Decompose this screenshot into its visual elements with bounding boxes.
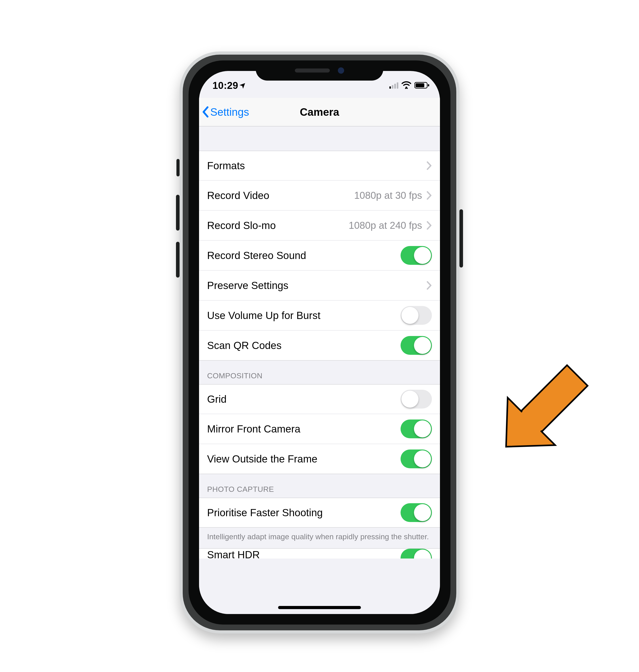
svg-point-0	[405, 87, 407, 89]
phone-frame: 10:29 ➤	[180, 51, 459, 634]
toggle-prioritise-faster-shooting[interactable]	[401, 503, 432, 522]
row-label: Mirror Front Camera	[207, 423, 401, 435]
screen: 10:29 ➤	[199, 71, 440, 614]
nav-bar: Settings Camera	[199, 98, 440, 126]
row-record-slomo[interactable]: Record Slo-mo 1080p at 240 fps	[199, 210, 440, 241]
row-label: Record Video	[207, 189, 354, 202]
row-preserve-settings[interactable]: Preserve Settings	[199, 271, 440, 301]
row-scan-qr: Scan QR Codes	[199, 331, 440, 361]
row-view-outside-frame: View Outside the Frame	[199, 444, 440, 474]
phone-bezel: 10:29 ➤	[188, 60, 451, 625]
status-right	[389, 80, 430, 91]
front-camera	[338, 67, 344, 74]
row-prioritise-faster-shooting: Prioritise Faster Shooting	[199, 498, 440, 528]
toggle-volume-burst[interactable]	[401, 306, 432, 325]
toggle-scan-qr[interactable]	[401, 336, 432, 355]
battery-icon	[415, 80, 430, 91]
row-label: Use Volume Up for Burst	[207, 309, 401, 322]
svg-rect-3	[428, 84, 429, 87]
row-detail: 1080p at 240 fps	[348, 220, 422, 231]
row-label: View Outside the Frame	[207, 453, 401, 465]
toggle-grid[interactable]	[401, 390, 432, 408]
annotation-arrow-icon	[475, 354, 613, 470]
row-label: Scan QR Codes	[207, 339, 401, 351]
svg-rect-2	[416, 83, 424, 87]
home-indicator[interactable]	[278, 606, 361, 609]
phone-shell: 10:29 ➤	[183, 54, 456, 630]
row-record-video[interactable]: Record Video 1080p at 30 fps	[199, 181, 440, 210]
section-header-photo-capture: PHOTO CAPTURE	[199, 474, 440, 498]
row-formats[interactable]: Formats	[199, 151, 440, 181]
status-time: 10:29	[213, 80, 238, 91]
row-smart-hdr: Smart HDR	[199, 548, 440, 559]
toggle-mirror-front-camera[interactable]	[401, 420, 432, 438]
settings-list[interactable]: Formats Record Video 1080p at 30 fps Rec…	[199, 126, 440, 614]
row-label: Formats	[207, 160, 426, 172]
row-detail: 1080p at 30 fps	[354, 190, 422, 201]
svg-rect-4	[519, 365, 588, 433]
svg-rect-6	[521, 411, 542, 432]
toggle-smart-hdr[interactable]	[401, 549, 432, 559]
chevron-right-icon	[426, 281, 432, 290]
row-label: Record Stereo Sound	[207, 249, 401, 262]
row-label: Preserve Settings	[207, 279, 426, 292]
side-button[interactable]	[459, 209, 463, 267]
svg-marker-5	[482, 397, 555, 470]
chevron-right-icon	[426, 161, 432, 170]
row-grid: Grid	[199, 384, 440, 414]
earpiece-speaker	[295, 68, 330, 73]
row-mirror-front-camera: Mirror Front Camera	[199, 414, 440, 444]
section-header-composition: COMPOSITION	[199, 361, 440, 384]
row-label: Grid	[207, 393, 401, 405]
status-left: 10:29 ➤	[213, 80, 247, 91]
row-label: Smart HDR	[207, 549, 401, 559]
location-arrow-icon: ➤	[238, 80, 248, 90]
toggle-stereo-sound[interactable]	[401, 246, 432, 265]
notch	[256, 60, 383, 81]
toggle-view-outside-frame[interactable]	[401, 450, 432, 468]
row-stereo-sound: Record Stereo Sound	[199, 241, 440, 271]
chevron-right-icon	[426, 221, 432, 230]
row-volume-burst: Use Volume Up for Burst	[199, 301, 440, 331]
volume-up-button[interactable]	[176, 195, 180, 231]
wifi-icon	[402, 80, 411, 91]
section-footer-photo-capture: Intelligently adapt image quality when r…	[199, 528, 440, 548]
row-label: Prioritise Faster Shooting	[207, 506, 401, 519]
mute-switch[interactable]	[176, 159, 180, 176]
nav-title: Camera	[199, 106, 440, 118]
chevron-right-icon	[426, 191, 432, 200]
row-label: Record Slo-mo	[207, 219, 348, 232]
cellular-signal-icon	[389, 82, 398, 89]
volume-down-button[interactable]	[176, 242, 180, 278]
